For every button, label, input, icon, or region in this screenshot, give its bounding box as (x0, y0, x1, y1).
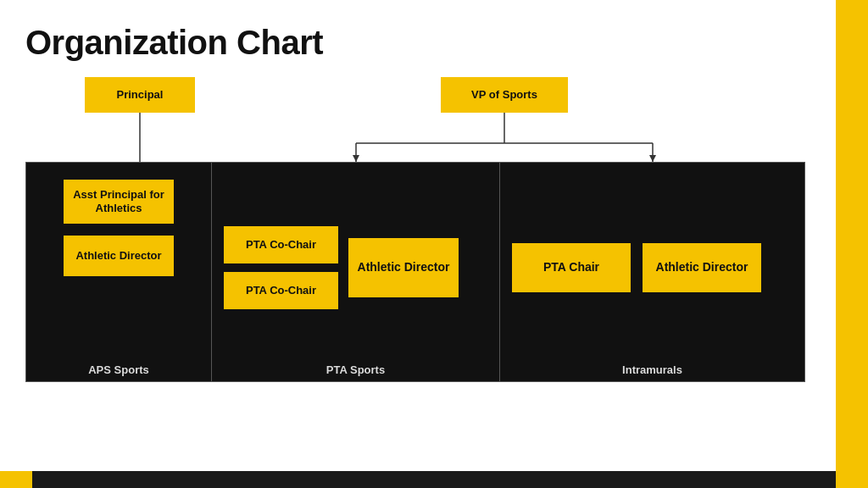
vp-label: VP of Sports (471, 88, 537, 102)
pta-section-label: PTA Sports (212, 363, 499, 376)
section-intramurals: PTA Chair Athletic Director Intramurals (500, 162, 805, 382)
yellow-right-accent (836, 0, 868, 488)
sections-row: Asst Principal for Athletics Athletic Di… (25, 162, 805, 382)
vp-box: VP of Sports (441, 77, 568, 113)
pta-chair-label: PTA Chair (543, 260, 599, 275)
pta-cochair-1-box: PTA Co-Chair (224, 226, 338, 263)
pta-cochair-1-label: PTA Co-Chair (246, 238, 316, 252)
intramurals-section-label: Intramurals (500, 363, 804, 376)
principal-label: Principal (117, 88, 164, 102)
pta-cochair-2-label: PTA Co-Chair (246, 284, 316, 297)
pta-chair-box: PTA Chair (512, 243, 631, 292)
athletic-director-pta-label: Athletic Director (358, 260, 450, 275)
section-pta: PTA Co-Chair PTA Co-Chair Athletic Direc… (212, 162, 500, 382)
athletic-director-intra-label: Athletic Director (656, 260, 748, 275)
svg-marker-5 (353, 155, 359, 162)
asst-principal-box: Asst Principal for Athletics (64, 180, 174, 224)
aps-section-label: APS Sports (26, 363, 211, 376)
chart-area: Principal VP of Sports Asst Principal fo… (25, 77, 810, 416)
main-slide: Organization Chart (0, 0, 836, 471)
athletic-director-pta-box: Athletic Director (348, 238, 459, 297)
slide-outer: Organization Chart (0, 0, 868, 488)
section-aps: Asst Principal for Athletics Athletic Di… (25, 162, 212, 382)
intramurals-inner: PTA Chair Athletic Director (512, 180, 793, 356)
athletic-director-intra-box: Athletic Director (643, 243, 761, 292)
asst-principal-label: Asst Principal for Athletics (70, 188, 167, 216)
svg-marker-6 (649, 155, 656, 162)
athletic-director-aps-box: Athletic Director (64, 236, 174, 276)
pta-left-col: PTA Co-Chair PTA Co-Chair (224, 226, 338, 309)
slide-title: Organization Chart (25, 24, 810, 62)
pta-inner: PTA Co-Chair PTA Co-Chair Athletic Direc… (224, 180, 487, 356)
principal-box: Principal (85, 77, 195, 113)
pta-cochair-2-box: PTA Co-Chair (224, 272, 338, 309)
athletic-director-aps-label: Athletic Director (75, 249, 161, 263)
